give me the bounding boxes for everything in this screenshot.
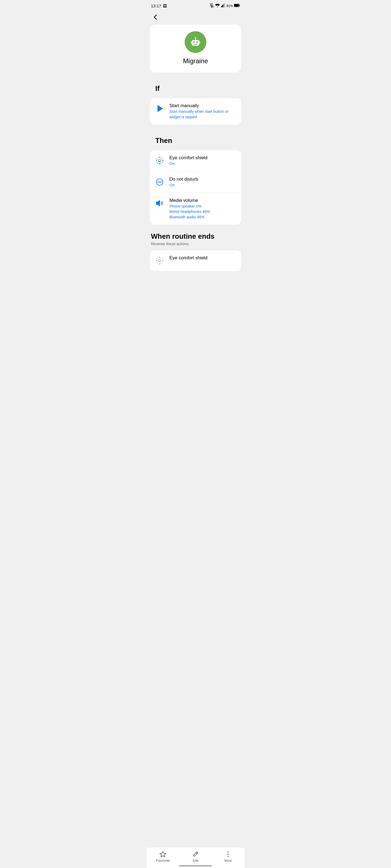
svg-point-17 — [195, 37, 196, 38]
then-section-header: Then — [147, 130, 244, 150]
eye-comfort-row[interactable]: A Eye comfort shield On — [150, 150, 241, 172]
status-bar: 13:17 🖼 — [147, 0, 244, 10]
more-nav-item[interactable]: More — [212, 850, 244, 863]
favourite-label: Favourite — [156, 859, 170, 863]
dnd-icon — [154, 177, 165, 187]
if-card: Start manually Start manually when start… — [150, 98, 241, 124]
eye-comfort-end-title: Eye comfort shield — [169, 255, 237, 261]
back-button[interactable] — [151, 13, 160, 22]
if-label: If — [151, 82, 240, 96]
signal-icon — [221, 3, 225, 8]
media-volume-row[interactable]: Media volume Phone speaker 0% Wired head… — [150, 193, 241, 225]
dnd-title: Do not disturb — [169, 177, 237, 182]
status-time: 13:17 — [151, 3, 161, 8]
when-ends-subtitle: Reverse these actions. — [151, 242, 240, 246]
eye-comfort-end-content: Eye comfort shield — [169, 255, 237, 261]
eye-comfort-icon: A — [154, 155, 165, 166]
battery-percent: 91% — [226, 4, 233, 8]
routine-icon — [185, 31, 206, 53]
svg-rect-5 — [222, 5, 222, 7]
routine-header-card: Migraine — [150, 25, 241, 72]
eye-comfort-content: Eye comfort shield On — [169, 155, 237, 166]
more-label: More — [224, 859, 232, 863]
more-icon — [225, 850, 232, 858]
then-label: Then — [151, 134, 240, 148]
eye-comfort-end-icon: A — [154, 255, 165, 266]
volume-line2: Wired headphones 46% — [169, 209, 237, 215]
svg-rect-18 — [191, 41, 192, 44]
bottom-nav: Favourite Edit More — [147, 847, 244, 868]
svg-rect-4 — [221, 6, 222, 7]
volume-line3: Bluetooth audio 46% — [169, 215, 237, 220]
media-volume-subtitle: Phone speaker 0% Wired headphones 46% Bl… — [169, 204, 237, 220]
svg-point-40 — [227, 854, 229, 855]
favourite-nav-item[interactable]: Favourite — [147, 850, 179, 863]
svg-rect-6 — [223, 4, 223, 7]
svg-rect-13 — [193, 41, 195, 43]
start-manually-content: Start manually Start manually when start… — [169, 103, 237, 120]
robot-svg-icon — [189, 36, 202, 48]
svg-rect-11 — [240, 5, 240, 6]
nav-bar — [147, 10, 244, 25]
svg-text:A: A — [159, 260, 161, 262]
status-icons: 91% — [210, 3, 240, 8]
wifi-icon — [215, 3, 220, 8]
media-volume-content: Media volume Phone speaker 0% Wired head… — [169, 198, 237, 220]
battery-icon — [234, 4, 240, 8]
home-indicator — [179, 865, 212, 866]
when-ends-title: When routine ends — [151, 232, 240, 241]
svg-rect-15 — [194, 44, 197, 45]
svg-line-38 — [196, 852, 197, 854]
start-manually-title: Start manually — [169, 103, 237, 108]
dnd-content: Do not disturb On — [169, 177, 237, 188]
svg-rect-10 — [234, 4, 239, 6]
gallery-icon: 🖼 — [163, 4, 167, 8]
mute-icon — [210, 3, 214, 8]
start-manually-row[interactable]: Start manually Start manually when start… — [150, 98, 241, 124]
svg-point-3 — [217, 6, 218, 7]
eye-comfort-end-row[interactable]: A Eye comfort shield — [150, 250, 241, 271]
volume-icon — [154, 198, 165, 209]
svg-rect-7 — [224, 3, 224, 7]
dnd-row[interactable]: Do not disturb On — [150, 172, 241, 193]
svg-text:A: A — [159, 160, 161, 162]
routine-title: Migraine — [183, 57, 208, 65]
svg-point-41 — [227, 856, 229, 857]
dnd-status: On — [169, 183, 237, 188]
edit-icon — [192, 850, 199, 858]
favourite-icon — [159, 850, 166, 858]
media-volume-title: Media volume — [169, 198, 237, 203]
svg-point-39 — [227, 851, 229, 852]
when-ends-card: A Eye comfort shield — [150, 250, 241, 271]
if-section-header: If — [147, 78, 244, 98]
svg-rect-14 — [196, 41, 198, 43]
when-ends-section: When routine ends Reverse these actions. — [147, 230, 244, 250]
svg-rect-19 — [199, 41, 200, 44]
eye-comfort-title: Eye comfort shield — [169, 155, 237, 161]
start-manually-subtitle: Start manually when start button or widg… — [169, 109, 237, 120]
svg-rect-12 — [192, 40, 199, 45]
eye-comfort-status: On — [169, 161, 237, 166]
edit-nav-item[interactable]: Edit — [179, 850, 212, 863]
play-icon — [154, 103, 165, 114]
svg-marker-37 — [160, 851, 166, 857]
svg-marker-29 — [156, 200, 160, 207]
svg-rect-8 — [225, 3, 225, 7]
then-card: A Eye comfort shield On Do not disturb O… — [150, 150, 241, 225]
edit-label: Edit — [193, 859, 198, 863]
volume-line1: Phone speaker 0% — [169, 204, 237, 209]
